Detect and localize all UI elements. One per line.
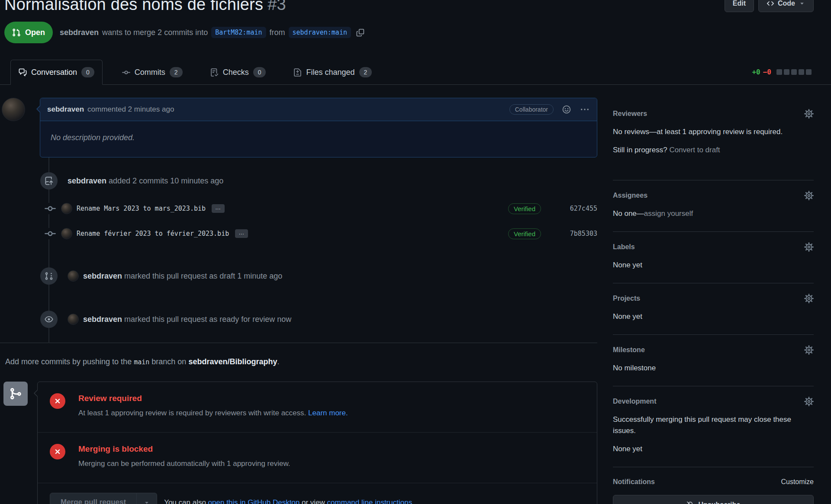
diffstat-block — [791, 69, 797, 75]
development-gear-icon[interactable] — [804, 397, 814, 406]
comment-options-button[interactable] — [580, 104, 590, 115]
merge-status-box: Review required At least 1 approving rev… — [37, 382, 597, 504]
add-reaction-button[interactable] — [561, 104, 572, 115]
notifications-heading: Notifications — [613, 478, 655, 486]
merge-options-button[interactable] — [136, 493, 157, 504]
assignees-heading-row: Assignees — [613, 191, 814, 200]
x-circle-icon — [50, 393, 65, 409]
review-required-section: Review required At least 1 approving rev… — [38, 382, 597, 433]
pr-author-link[interactable]: sebdraven — [60, 28, 99, 37]
commit-sha-link[interactable]: 7b85303 — [541, 230, 597, 238]
learn-more-link[interactable]: Learn more. — [308, 409, 348, 417]
head-branch-label[interactable]: sebdraven:main — [289, 27, 351, 38]
assign-yourself-link[interactable]: assign yourself — [644, 209, 693, 218]
event-author-link[interactable]: sebdraven — [83, 272, 122, 280]
tab-conversation[interactable]: Conversation 0 — [10, 60, 103, 85]
timeline-badge — [40, 172, 58, 189]
reviewers-heading-row: Reviewers — [613, 109, 814, 119]
development-heading[interactable]: Development — [613, 397, 656, 406]
customize-link[interactable]: Customize — [781, 478, 814, 486]
expand-commit-button[interactable]: … — [235, 229, 248, 238]
code-button[interactable]: Code — [758, 0, 814, 12]
event-author-link[interactable]: sebdraven — [83, 315, 122, 324]
tab-counter: 0 — [253, 67, 266, 77]
github-desktop-link[interactable]: open this in GitHub Desktop — [208, 498, 300, 504]
page-title: Normalisation des noms de fichiers#3 — [4, 0, 286, 15]
commit-message-link[interactable]: Rename Mars 2023 to mars_2023.bib — [77, 205, 206, 212]
repo-name: sebdraven/Bibliography — [188, 357, 277, 366]
avatar[interactable] — [2, 98, 25, 121]
checklist-icon — [210, 68, 219, 77]
copy-icon — [356, 29, 364, 37]
timeline: sebdraven commented 2 minutes ago Collab… — [0, 98, 597, 343]
expand-commit-button[interactable]: … — [212, 204, 225, 213]
push-note: Add more commits by pushing to the main … — [5, 356, 597, 368]
merge-footer: Merge pull request You can also open thi… — [38, 483, 597, 504]
git-commit-icon — [122, 68, 130, 77]
merging-blocked-title: Merging is blocked — [78, 444, 290, 454]
commit-sha-link[interactable]: 627c455 — [541, 205, 597, 212]
avatar[interactable] — [61, 203, 72, 214]
tab-checks[interactable]: Checks 0 — [202, 60, 274, 85]
smiley-icon — [562, 105, 571, 114]
copy-branch-button[interactable] — [355, 28, 365, 38]
merge-button-group: Merge pull request — [50, 493, 157, 504]
unsubscribe-button[interactable]: Unsubscribe — [613, 495, 814, 504]
git-commit-icon — [45, 228, 56, 239]
milestone-heading[interactable]: Milestone — [613, 346, 645, 354]
reviewers-empty-text: No reviews—at least 1 approving review i… — [613, 126, 814, 138]
content-columns: sebdraven commented 2 minutes ago Collab… — [0, 98, 831, 504]
avatar[interactable] — [68, 270, 79, 282]
projects-heading[interactable]: Projects — [613, 294, 640, 303]
pr-title-row: Normalisation des noms de fichiers#3 Edi… — [4, 0, 814, 15]
assignees-gear-icon[interactable] — [804, 191, 814, 200]
event-text: marked this pull request as draft — [124, 272, 235, 280]
command-line-link[interactable]: command line instructions — [327, 498, 412, 504]
verified-badge[interactable]: Verified — [508, 228, 541, 239]
projects-heading-row: Projects — [613, 294, 814, 303]
labels-heading[interactable]: Labels — [613, 243, 635, 251]
commit-row: Rename février 2023 to février_2023.bib … — [0, 225, 597, 242]
base-branch-label[interactable]: BartM82:main — [211, 27, 266, 38]
reviewers-heading[interactable]: Reviewers — [613, 109, 647, 118]
pr-title-text: Normalisation des noms de fichiers — [4, 0, 263, 13]
reviewers-gear-icon[interactable] — [804, 109, 814, 119]
commit-message-link[interactable]: Rename février 2023 to février_2023.bib — [77, 230, 229, 238]
collaborator-badge: Collaborator — [509, 104, 554, 115]
event-time[interactable]: 10 minutes ago — [170, 177, 223, 185]
merge-pull-request-button[interactable]: Merge pull request — [50, 493, 137, 504]
sidebar-section-assignees: Assignees No one—assign yourself — [613, 180, 814, 232]
avatar[interactable] — [68, 314, 79, 325]
verified-badge[interactable]: Verified — [508, 203, 541, 214]
diffstat-block — [776, 69, 782, 75]
tab-commits[interactable]: Commits 2 — [114, 60, 191, 85]
assignees-heading[interactable]: Assignees — [613, 191, 647, 200]
labels-gear-icon[interactable] — [804, 242, 814, 252]
milestone-gear-icon[interactable] — [804, 345, 814, 355]
git-pull-request-draft-icon — [45, 272, 53, 280]
comment-author-link[interactable]: sebdraven — [47, 105, 84, 114]
tab-counter: 0 — [81, 67, 94, 77]
sidebar-section-development: Development Successfully merging this pu… — [613, 386, 814, 467]
diffstat-block — [799, 69, 804, 75]
timeline-badge — [40, 311, 58, 328]
tab-files-changed[interactable]: Files changed 2 — [285, 60, 380, 85]
projects-empty-text: None yet — [613, 311, 814, 322]
avatar[interactable] — [61, 228, 72, 239]
edit-button[interactable]: Edit — [725, 0, 754, 12]
event-time: now — [277, 315, 291, 324]
event-author-link[interactable]: sebdraven — [68, 177, 106, 185]
repo-push-icon — [45, 177, 53, 185]
labels-heading-row: Labels — [613, 242, 814, 252]
merge-alt-text: You can also open this in GitHub Desktop… — [164, 498, 414, 504]
projects-gear-icon[interactable] — [804, 294, 814, 303]
development-desc: Successfully merging this pull request m… — [613, 414, 814, 437]
event-time[interactable]: 1 minute ago — [237, 272, 282, 280]
timeline-badge — [40, 267, 58, 285]
timeline-event-ready: sebdraven marked this pull request as re… — [0, 311, 597, 328]
sidebar-section-labels: Labels None yet — [613, 232, 814, 283]
review-required-title: Review required — [78, 393, 348, 404]
pr-page: Normalisation des noms de fichiers#3 Edi… — [0, 0, 831, 504]
convert-to-draft-link[interactable]: Convert to draft — [669, 146, 720, 154]
pr-description-comment: sebdraven commented 2 minutes ago Collab… — [0, 98, 597, 157]
